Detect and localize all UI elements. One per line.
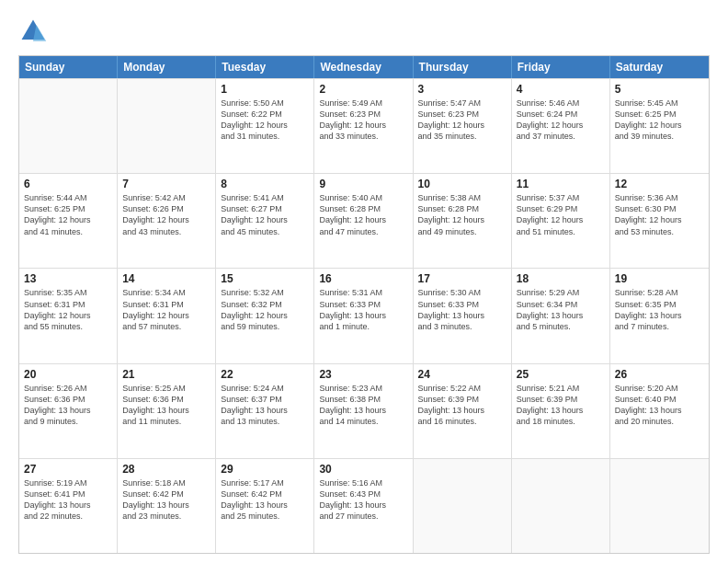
calendar-day-25: 25Sunrise: 5:21 AM Sunset: 6:39 PM Dayli…: [512, 364, 610, 458]
calendar-day-11: 11Sunrise: 5:37 AM Sunset: 6:29 PM Dayli…: [512, 174, 610, 268]
day-number: 4: [517, 83, 605, 96]
day-info: Sunrise: 5:29 AM Sunset: 6:34 PM Dayligh…: [517, 287, 605, 332]
day-info: Sunrise: 5:30 AM Sunset: 6:33 PM Dayligh…: [418, 287, 506, 332]
calendar-day-9: 9Sunrise: 5:40 AM Sunset: 6:28 PM Daylig…: [314, 174, 413, 268]
calendar-empty-cell: [610, 459, 709, 553]
day-number: 27: [24, 463, 112, 476]
calendar-day-1: 1Sunrise: 5:50 AM Sunset: 6:22 PM Daylig…: [216, 79, 314, 173]
weekday-header: Thursday: [414, 56, 512, 78]
day-info: Sunrise: 5:42 AM Sunset: 6:26 PM Dayligh…: [122, 192, 210, 237]
calendar-day-2: 2Sunrise: 5:49 AM Sunset: 6:23 PM Daylig…: [314, 79, 413, 173]
day-number: 5: [615, 83, 704, 96]
calendar-day-29: 29Sunrise: 5:17 AM Sunset: 6:42 PM Dayli…: [216, 459, 314, 553]
day-info: Sunrise: 5:41 AM Sunset: 6:27 PM Dayligh…: [221, 192, 309, 237]
calendar-empty-cell: [19, 79, 118, 173]
calendar-empty-cell: [118, 79, 216, 173]
day-number: 18: [517, 272, 605, 285]
day-number: 19: [615, 272, 704, 285]
day-info: Sunrise: 5:22 AM Sunset: 6:39 PM Dayligh…: [418, 383, 506, 428]
weekday-header: Friday: [512, 56, 610, 78]
calendar-row: 1Sunrise: 5:50 AM Sunset: 6:22 PM Daylig…: [19, 78, 709, 173]
day-number: 28: [122, 463, 210, 476]
day-info: Sunrise: 5:16 AM Sunset: 6:43 PM Dayligh…: [319, 477, 407, 523]
header: [18, 17, 710, 46]
day-info: Sunrise: 5:45 AM Sunset: 6:25 PM Dayligh…: [615, 98, 704, 143]
calendar: SundayMondayTuesdayWednesdayThursdayFrid…: [18, 55, 710, 554]
day-info: Sunrise: 5:32 AM Sunset: 6:32 PM Dayligh…: [221, 287, 309, 332]
calendar-day-26: 26Sunrise: 5:20 AM Sunset: 6:40 PM Dayli…: [610, 364, 709, 458]
calendar-day-16: 16Sunrise: 5:31 AM Sunset: 6:33 PM Dayli…: [314, 269, 413, 362]
day-info: Sunrise: 5:25 AM Sunset: 6:36 PM Dayligh…: [122, 383, 210, 428]
day-number: 15: [221, 272, 309, 285]
calendar-row: 27Sunrise: 5:19 AM Sunset: 6:41 PM Dayli…: [19, 458, 709, 553]
calendar-day-15: 15Sunrise: 5:32 AM Sunset: 6:32 PM Dayli…: [216, 269, 314, 362]
day-number: 21: [122, 368, 210, 381]
day-info: Sunrise: 5:44 AM Sunset: 6:25 PM Dayligh…: [24, 192, 112, 237]
day-number: 16: [319, 272, 407, 285]
page: SundayMondayTuesdayWednesdayThursdayFrid…: [0, 0, 728, 563]
calendar-day-3: 3Sunrise: 5:47 AM Sunset: 6:23 PM Daylig…: [414, 79, 512, 173]
day-number: 13: [24, 272, 112, 285]
day-info: Sunrise: 5:31 AM Sunset: 6:33 PM Dayligh…: [319, 287, 407, 332]
day-info: Sunrise: 5:35 AM Sunset: 6:31 PM Dayligh…: [24, 287, 112, 332]
day-number: 10: [418, 178, 506, 190]
day-number: 24: [418, 368, 506, 381]
calendar-empty-cell: [414, 459, 512, 553]
day-info: Sunrise: 5:34 AM Sunset: 6:31 PM Dayligh…: [122, 287, 210, 332]
day-info: Sunrise: 5:46 AM Sunset: 6:24 PM Dayligh…: [517, 98, 605, 143]
day-number: 22: [221, 368, 309, 381]
calendar-day-22: 22Sunrise: 5:24 AM Sunset: 6:37 PM Dayli…: [216, 364, 314, 458]
day-number: 2: [319, 83, 407, 96]
day-number: 7: [122, 178, 210, 190]
day-info: Sunrise: 5:40 AM Sunset: 6:28 PM Dayligh…: [319, 192, 407, 237]
day-info: Sunrise: 5:49 AM Sunset: 6:23 PM Dayligh…: [319, 98, 407, 143]
calendar-day-24: 24Sunrise: 5:22 AM Sunset: 6:39 PM Dayli…: [414, 364, 512, 458]
day-number: 17: [418, 272, 506, 285]
weekday-header: Monday: [118, 56, 216, 78]
weekday-header: Saturday: [610, 56, 709, 78]
day-number: 11: [517, 178, 605, 190]
calendar-day-10: 10Sunrise: 5:38 AM Sunset: 6:28 PM Dayli…: [414, 174, 512, 268]
calendar-body: 1Sunrise: 5:50 AM Sunset: 6:22 PM Daylig…: [19, 78, 709, 553]
calendar-day-12: 12Sunrise: 5:36 AM Sunset: 6:30 PM Dayli…: [610, 174, 709, 268]
calendar-row: 6Sunrise: 5:44 AM Sunset: 6:25 PM Daylig…: [19, 173, 709, 268]
day-number: 29: [221, 463, 309, 476]
calendar-day-20: 20Sunrise: 5:26 AM Sunset: 6:36 PM Dayli…: [19, 364, 118, 458]
day-number: 1: [221, 83, 309, 96]
day-info: Sunrise: 5:20 AM Sunset: 6:40 PM Dayligh…: [615, 383, 704, 428]
weekday-header: Sunday: [19, 56, 118, 78]
day-number: 25: [517, 368, 605, 381]
calendar-header: SundayMondayTuesdayWednesdayThursdayFrid…: [19, 56, 709, 78]
calendar-row: 20Sunrise: 5:26 AM Sunset: 6:36 PM Dayli…: [19, 363, 709, 458]
calendar-day-4: 4Sunrise: 5:46 AM Sunset: 6:24 PM Daylig…: [512, 79, 610, 173]
day-number: 9: [319, 178, 407, 190]
day-info: Sunrise: 5:21 AM Sunset: 6:39 PM Dayligh…: [517, 383, 605, 428]
day-info: Sunrise: 5:50 AM Sunset: 6:22 PM Dayligh…: [221, 98, 309, 143]
day-info: Sunrise: 5:28 AM Sunset: 6:35 PM Dayligh…: [615, 287, 704, 332]
calendar-day-23: 23Sunrise: 5:23 AM Sunset: 6:38 PM Dayli…: [314, 364, 413, 458]
calendar-day-27: 27Sunrise: 5:19 AM Sunset: 6:41 PM Dayli…: [19, 459, 118, 553]
calendar-day-7: 7Sunrise: 5:42 AM Sunset: 6:26 PM Daylig…: [118, 174, 216, 268]
day-info: Sunrise: 5:26 AM Sunset: 6:36 PM Dayligh…: [24, 383, 112, 428]
weekday-header: Tuesday: [216, 56, 314, 78]
day-number: 23: [319, 368, 407, 381]
calendar-day-13: 13Sunrise: 5:35 AM Sunset: 6:31 PM Dayli…: [19, 269, 118, 362]
calendar-day-6: 6Sunrise: 5:44 AM Sunset: 6:25 PM Daylig…: [19, 174, 118, 268]
calendar-row: 13Sunrise: 5:35 AM Sunset: 6:31 PM Dayli…: [19, 268, 709, 362]
day-number: 30: [319, 463, 407, 476]
calendar-day-8: 8Sunrise: 5:41 AM Sunset: 6:27 PM Daylig…: [216, 174, 314, 268]
day-number: 14: [122, 272, 210, 285]
day-number: 8: [221, 178, 309, 190]
day-info: Sunrise: 5:24 AM Sunset: 6:37 PM Dayligh…: [221, 383, 309, 428]
day-number: 26: [615, 368, 704, 381]
day-info: Sunrise: 5:18 AM Sunset: 6:42 PM Dayligh…: [122, 477, 210, 523]
calendar-day-17: 17Sunrise: 5:30 AM Sunset: 6:33 PM Dayli…: [414, 269, 512, 362]
day-info: Sunrise: 5:36 AM Sunset: 6:30 PM Dayligh…: [615, 192, 704, 237]
calendar-day-28: 28Sunrise: 5:18 AM Sunset: 6:42 PM Dayli…: [118, 459, 216, 553]
calendar-empty-cell: [512, 459, 610, 553]
calendar-day-18: 18Sunrise: 5:29 AM Sunset: 6:34 PM Dayli…: [512, 269, 610, 362]
day-info: Sunrise: 5:37 AM Sunset: 6:29 PM Dayligh…: [517, 192, 605, 237]
calendar-day-5: 5Sunrise: 5:45 AM Sunset: 6:25 PM Daylig…: [610, 79, 709, 173]
day-number: 12: [615, 178, 704, 190]
day-info: Sunrise: 5:38 AM Sunset: 6:28 PM Dayligh…: [418, 192, 506, 237]
